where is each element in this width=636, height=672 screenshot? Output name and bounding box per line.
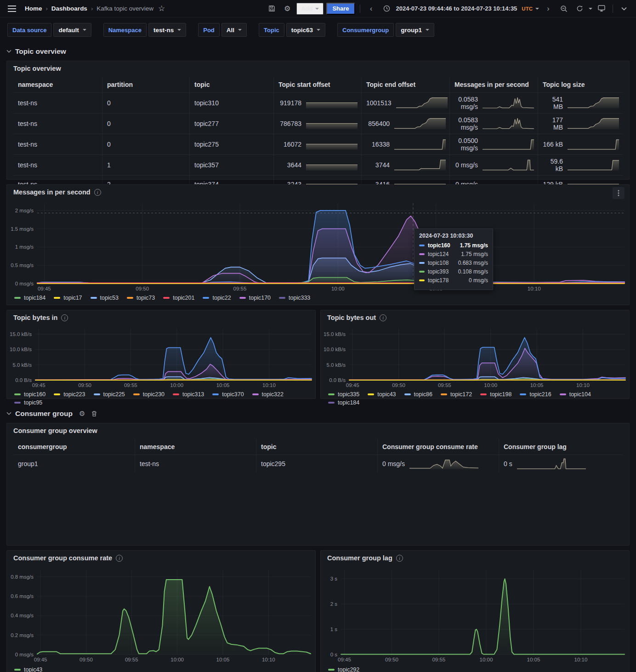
info-icon[interactable]: i — [396, 555, 403, 562]
filter-value-dropdown[interactable]: test-ns — [148, 23, 186, 37]
filter-value-dropdown[interactable]: default — [53, 23, 91, 37]
hamburger-menu-icon[interactable] — [6, 2, 18, 15]
legend-item[interactable]: topic104 — [560, 391, 591, 398]
section-topic-overview[interactable]: Topic overview — [6, 46, 630, 57]
column-header: consumergroup — [13, 439, 135, 455]
table-cell: topic275 — [189, 134, 273, 154]
legend-item[interactable]: topic17 — [54, 295, 82, 301]
info-icon[interactable]: i — [94, 189, 101, 196]
legend-item[interactable]: topic53 — [91, 295, 119, 301]
bytes_out-chart-svg: 0.0 B/s5.0 kB/s10.0 kB/s15.0 kB/s09:4509… — [321, 325, 629, 390]
topic-bytes-out-chart[interactable]: 0.0 B/s5.0 kB/s10.0 kB/s15.0 kB/s09:4509… — [321, 325, 629, 390]
refresh-interval-chevron-icon[interactable] — [589, 8, 592, 10]
row-settings-gear-icon[interactable]: ⚙ — [79, 410, 85, 418]
panel-header[interactable]: Messages in per second i — [7, 185, 629, 199]
filter-label[interactable]: Consumergroup — [337, 23, 394, 37]
svg-text:2 msg/s: 2 msg/s — [15, 208, 34, 213]
legend-item[interactable]: topic333 — [279, 295, 310, 301]
filter-value-dropdown[interactable]: group1 — [396, 23, 434, 37]
favorite-star-icon[interactable]: ☆ — [158, 4, 165, 13]
info-icon[interactable]: i — [61, 314, 68, 321]
legend-item[interactable]: topic225 — [94, 391, 125, 398]
legend-series-color — [14, 669, 21, 671]
kiosk-monitor-icon[interactable] — [595, 2, 608, 15]
legend-item[interactable]: topic223 — [54, 391, 85, 398]
svg-text:0 msg/s: 0 msg/s — [15, 652, 34, 657]
table-cell: 919178 — [273, 93, 361, 113]
legend-item[interactable]: topic184 — [14, 295, 45, 301]
section-consumer-group[interactable]: Consumer group ⚙ — [6, 408, 630, 419]
panel-header[interactable]: Consumer group lag i — [321, 551, 629, 565]
panel-header[interactable]: Topic overview — [7, 61, 629, 76]
legend-item[interactable]: topic172 — [441, 391, 472, 398]
legend-item[interactable]: topic86 — [404, 391, 432, 398]
sparkline-svg — [409, 458, 478, 470]
chevron-down-icon[interactable] — [535, 8, 539, 10]
legend-series-color — [441, 393, 447, 395]
collapse-chevron-icon[interactable] — [618, 2, 630, 15]
legend-series-label: topic17 — [63, 295, 82, 301]
legend-series-color — [328, 669, 335, 671]
legend-series-color — [419, 279, 425, 281]
legend-item[interactable]: topic292 — [328, 666, 359, 672]
dashboard-settings-gear-icon[interactable]: ⚙ — [281, 2, 294, 15]
legend-series-label: topic313 — [182, 391, 204, 398]
legend-item[interactable]: topic370 — [212, 391, 244, 398]
time-range-back-icon[interactable]: ‹ — [365, 2, 378, 15]
time-range-label[interactable]: 2024-07-23 09:44:46 to 2024-07-23 10:14:… — [396, 5, 517, 12]
add-button[interactable]: Add — [296, 3, 324, 15]
consumer-lag-chart[interactable]: 0 s1 s2 s3 s09:4509:5009:5510:0010:0510:… — [321, 565, 629, 666]
legend-item[interactable]: topic335 — [328, 391, 359, 398]
panel-header[interactable]: Topic bytes out i — [321, 310, 629, 325]
panel-header[interactable]: Topic bytes in i — [7, 310, 315, 325]
consumer-group-table: consumergroupnamespacetopicConsumer grou… — [7, 438, 629, 476]
panel-menu-kebab-icon[interactable] — [613, 187, 625, 199]
legend-item[interactable]: topic201 — [163, 295, 194, 301]
info-icon[interactable]: i — [380, 314, 386, 321]
legend-item[interactable]: topic160 — [14, 391, 45, 398]
panel-header[interactable]: Consumer group consume rate i — [7, 551, 315, 565]
svg-text:0 s: 0 s — [330, 652, 338, 657]
legend-series-color — [91, 297, 97, 299]
filter-value-dropdown[interactable]: topic63 — [286, 23, 325, 37]
messages-chart[interactable]: 0 msg/s0.5 msg/s1 msg/s1.5 msg/s2 msg/s0… — [7, 199, 629, 294]
row-delete-trash-icon[interactable] — [91, 410, 97, 417]
topic-bytes-in-chart[interactable]: 0.0 B/s5.0 kB/s10.0 kB/s15.0 kB/s09:4509… — [7, 325, 315, 390]
legend-item[interactable]: topic322 — [252, 391, 284, 398]
breadcrumb-home[interactable]: Home — [25, 5, 42, 12]
zoom-out-icon[interactable] — [557, 2, 570, 15]
divider — [613, 5, 613, 13]
consume-rate-chart[interactable]: 0 msg/s0.2 msg/s0.4 msg/s0.6 msg/s0.8 ms… — [7, 565, 315, 666]
share-button[interactable]: Share — [326, 3, 355, 15]
filter-label[interactable]: Namespace — [103, 23, 147, 37]
legend-item[interactable]: topic170 — [239, 295, 271, 301]
legend-item[interactable]: topic95 — [14, 399, 42, 406]
legend-item[interactable]: topic313 — [173, 391, 204, 398]
legend-item[interactable]: topic43 — [368, 391, 396, 398]
column-header: namespace — [13, 77, 102, 92]
timezone-label[interactable]: UTC — [522, 6, 533, 11]
svg-text:0.6 msg/s: 0.6 msg/s — [11, 593, 34, 599]
legend-item[interactable]: topic216 — [520, 391, 551, 398]
save-dashboard-icon[interactable] — [265, 2, 278, 15]
legend-item[interactable]: topic184 — [328, 399, 359, 406]
table-cell: 0 msg/s — [377, 455, 499, 473]
panel-title: Messages in per second — [13, 188, 91, 196]
filter-label[interactable]: Pod — [198, 23, 220, 37]
breadcrumb-dashboards[interactable]: Dashboards — [51, 5, 87, 12]
legend-item[interactable]: topic22 — [203, 295, 231, 301]
chevron-down-icon — [6, 50, 11, 53]
svg-text:2 s: 2 s — [330, 601, 338, 607]
legend-item[interactable]: topic198 — [480, 391, 511, 398]
time-range-forward-icon[interactable]: › — [542, 2, 555, 15]
info-icon[interactable]: i — [116, 555, 123, 562]
legend-item[interactable]: topic43 — [14, 666, 42, 672]
filter-label[interactable]: Data source — [7, 23, 51, 37]
filter-value-dropdown[interactable]: All — [221, 23, 247, 37]
legend-item[interactable]: topic73 — [127, 295, 155, 301]
refresh-icon[interactable] — [573, 2, 586, 15]
clock-icon[interactable] — [380, 2, 393, 15]
legend-item[interactable]: topic230 — [133, 391, 165, 398]
filter-label[interactable]: Topic — [259, 23, 284, 37]
panel-header[interactable]: Consumer group overview — [7, 423, 629, 438]
